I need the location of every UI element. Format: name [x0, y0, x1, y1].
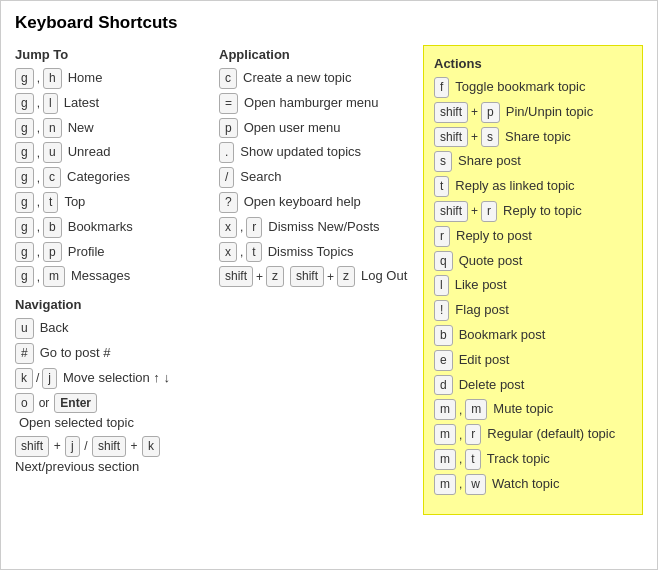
shortcut-bookmark-post: b Bookmark post	[434, 325, 632, 346]
shortcut-search-desc: Search	[240, 169, 281, 186]
shortcut-hamburger: = Open hamburger menu	[219, 93, 413, 114]
key-g: g	[15, 93, 34, 114]
middle-column: Application c Create a new topic = Open …	[219, 45, 423, 291]
key-u: u	[43, 142, 62, 163]
shortcut-new: g , n New	[15, 118, 209, 139]
keyboard-shortcuts-dialog: Keyboard Shortcuts Jump To g , h Home g …	[0, 0, 658, 570]
key-b2: b	[434, 325, 453, 346]
shortcut-search: / Search	[219, 167, 413, 188]
shortcut-user-menu-desc: Open user menu	[244, 120, 341, 137]
key-t2: t	[246, 242, 261, 263]
key-m4: m	[434, 424, 456, 445]
key-enter: Enter	[54, 393, 97, 414]
shortcut-goto-post-desc: Go to post #	[40, 345, 111, 362]
shortcut-next-prev: shift + j / shift + k Next/previous sect…	[15, 436, 209, 476]
key-s2: s	[434, 151, 452, 172]
shortcut-dismiss-new: x , r Dismiss New/Posts	[219, 217, 413, 238]
shortcut-bookmarks-desc: Bookmarks	[68, 219, 133, 236]
shortcut-top-desc: Top	[64, 194, 85, 211]
shortcut-share-topic-desc: Share topic	[505, 129, 571, 146]
shortcut-track-topic: m , t Track topic	[434, 449, 632, 470]
shortcut-watch-topic-desc: Watch topic	[492, 476, 559, 493]
key-u: u	[15, 318, 34, 339]
key-question: ?	[219, 192, 238, 213]
key-exclaim: !	[434, 300, 449, 321]
key-r2: r	[481, 201, 497, 222]
shortcut-like-post: l Like post	[434, 275, 632, 296]
key-shift-z1: shift	[219, 266, 253, 287]
shortcut-flag-post-desc: Flag post	[455, 302, 508, 319]
shortcut-back-desc: Back	[40, 320, 69, 337]
left-column: Jump To g , h Home g , l Latest g , n Ne…	[15, 45, 219, 477]
key-q: q	[434, 251, 453, 272]
shortcut-move-selection: k / j Move selection ↑ ↓	[15, 368, 209, 389]
shortcut-reply-linked: t Reply as linked topic	[434, 176, 632, 197]
shortcut-dismiss-topics-desc: Dismiss Topics	[268, 244, 354, 261]
dialog-title: Keyboard Shortcuts	[15, 13, 643, 33]
key-t4: t	[465, 449, 480, 470]
shortcut-quote-post-desc: Quote post	[459, 253, 523, 270]
key-g: g	[15, 266, 34, 287]
actions-column: Actions f Toggle bookmark topic shift + …	[423, 45, 643, 515]
key-n: n	[43, 118, 62, 139]
shortcut-pin-topic: shift + p Pin/Unpin topic	[434, 102, 632, 123]
key-t3: t	[434, 176, 449, 197]
shortcut-categories-desc: Categories	[67, 169, 130, 186]
shortcut-latest: g , l Latest	[15, 93, 209, 114]
key-g: g	[15, 142, 34, 163]
shortcut-edit-post-desc: Edit post	[459, 352, 510, 369]
shortcut-top: g , t Top	[15, 192, 209, 213]
key-r3: r	[434, 226, 450, 247]
shortcut-regular-topic-desc: Regular (default) topic	[487, 426, 615, 443]
key-shift-p: shift	[434, 102, 468, 123]
key-r: r	[246, 217, 262, 238]
key-j: j	[42, 368, 57, 389]
shortcut-flag-post: ! Flag post	[434, 300, 632, 321]
shortcut-share-topic: shift + s Share topic	[434, 127, 632, 148]
shortcut-toggle-bookmark-desc: Toggle bookmark topic	[455, 79, 585, 96]
shortcut-categories: g , c Categories	[15, 167, 209, 188]
shortcut-create-topic-desc: Create a new topic	[243, 70, 351, 87]
key-c: c	[43, 167, 61, 188]
shortcut-regular-topic: m , r Regular (default) topic	[434, 424, 632, 445]
shortcut-bookmark-post-desc: Bookmark post	[459, 327, 546, 344]
key-l: l	[434, 275, 449, 296]
shortcut-delete-post: d Delete post	[434, 375, 632, 396]
shortcut-latest-desc: Latest	[64, 95, 99, 112]
shortcut-new-desc: New	[68, 120, 94, 137]
shortcut-dismiss-new-desc: Dismiss New/Posts	[268, 219, 379, 236]
shortcut-logout-desc: Log Out	[361, 268, 407, 285]
shortcut-open-topic: o or Enter Open selected topic	[15, 393, 205, 433]
navigation-section: Navigation u Back # Go to post # k / j M…	[15, 297, 209, 476]
key-z1: z	[266, 266, 284, 287]
key-hash: #	[15, 343, 34, 364]
shortcut-keyboard-help: ? Open keyboard help	[219, 192, 413, 213]
key-b: b	[43, 217, 62, 238]
shortcut-mute-topic: m , m Mute topic	[434, 399, 632, 420]
shortcut-user-menu: p Open user menu	[219, 118, 413, 139]
key-f: f	[434, 77, 449, 98]
shortcut-reply-post-desc: Reply to post	[456, 228, 532, 245]
shortcut-watch-topic: m , w Watch topic	[434, 474, 632, 495]
shortcut-messages-desc: Messages	[71, 268, 130, 285]
key-k: k	[15, 368, 33, 389]
key-z2: z	[337, 266, 355, 287]
key-shift-z2: shift	[290, 266, 324, 287]
shortcut-unread-desc: Unread	[68, 144, 111, 161]
key-dot: .	[219, 142, 234, 163]
shortcut-updated-topics-desc: Show updated topics	[240, 144, 361, 161]
shortcut-toggle-bookmark: f Toggle bookmark topic	[434, 77, 632, 98]
shortcut-updated-topics: . Show updated topics	[219, 142, 413, 163]
actions-section-title: Actions	[434, 56, 632, 71]
shortcut-dismiss-topics: x , t Dismiss Topics	[219, 242, 413, 263]
key-m3: m	[465, 399, 487, 420]
key-eq: =	[219, 93, 238, 114]
shortcut-share-post-desc: Share post	[458, 153, 521, 170]
key-k2: k	[142, 436, 160, 457]
key-m2: m	[434, 399, 456, 420]
jump-to-section-title: Jump To	[15, 47, 209, 62]
shortcut-hamburger-desc: Open hamburger menu	[244, 95, 378, 112]
shortcut-home-desc: Home	[68, 70, 103, 87]
key-s: s	[481, 127, 499, 148]
shortcut-quote-post: q Quote post	[434, 251, 632, 272]
